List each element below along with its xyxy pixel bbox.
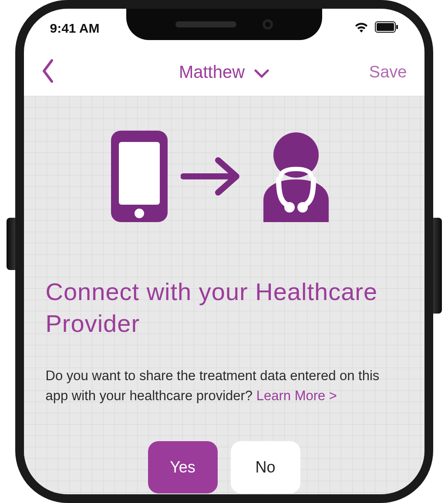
profile-name: Matthew [179,62,245,82]
wifi-icon [354,21,369,36]
side-button-left [7,218,15,270]
page-heading: Connect with your Healthcare Provider [46,276,403,340]
choice-buttons: Yes No [148,441,300,493]
speaker-grille [175,21,236,27]
learn-more-link[interactable]: Learn More > [256,388,337,403]
main-content: Connect with your Healthcare Provider Do… [24,96,424,494]
chevron-left-icon [41,59,54,84]
svg-point-9 [297,202,308,213]
arrow-right-icon [181,152,242,202]
svg-point-5 [135,209,144,218]
chevron-down-icon [254,62,269,82]
back-button[interactable] [41,59,85,84]
nav-bar: Matthew Save [24,48,424,96]
phone-device-frame: 9:41 AM [15,0,433,503]
battery-icon [375,21,398,36]
save-button[interactable]: Save [363,63,407,81]
front-camera [263,19,273,30]
svg-rect-4 [119,142,160,205]
status-time: 9:41 AM [50,21,100,36]
device-notch [126,9,322,40]
svg-rect-2 [396,25,398,29]
svg-point-8 [284,202,295,213]
doctor-icon [255,131,337,224]
status-indicators [354,21,398,36]
yes-button[interactable]: Yes [148,441,218,493]
side-button-right [433,218,442,314]
connect-illustration [111,131,337,224]
no-button[interactable]: No [231,441,300,493]
phone-screen: 9:41 AM [15,0,433,503]
phone-icon [111,131,168,224]
profile-selector[interactable]: Matthew [179,62,269,82]
body-text: Do you want to share the treatment data … [46,366,403,406]
svg-rect-1 [377,23,394,31]
